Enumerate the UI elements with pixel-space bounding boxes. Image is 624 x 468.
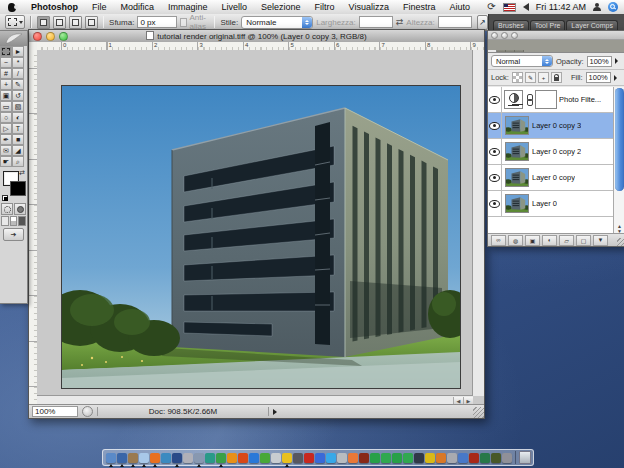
palette-well-tab[interactable]: Brushes (493, 20, 529, 30)
volume-icon[interactable] (523, 3, 529, 11)
menu-item[interactable]: Livello (215, 2, 255, 12)
Layer 0 copy[interactable]: Layer 0 copy (488, 165, 624, 191)
new-layer-icon[interactable]: ▢ (576, 235, 591, 246)
layer-row-photo-filter[interactable]: Photo Filte... (488, 87, 624, 113)
background-color-swatch[interactable] (10, 181, 26, 196)
dock-icon[interactable] (128, 453, 138, 463)
tool-eraser[interactable]: ▭ (0, 101, 12, 112)
feather-input[interactable] (137, 16, 177, 28)
tool-hand[interactable]: ☛ (0, 156, 12, 167)
opacity-field[interactable]: 100% (587, 56, 612, 67)
lock-all-icon[interactable] (551, 72, 562, 83)
status-menu-arrow-icon[interactable] (273, 409, 277, 415)
visibility-eye-icon[interactable] (489, 122, 500, 130)
dock-icon[interactable] (227, 453, 237, 463)
dock-icon[interactable] (414, 453, 424, 463)
delete-layer-icon[interactable]: ▼ (593, 235, 608, 246)
dock-icon[interactable] (425, 453, 435, 463)
dock-icon[interactable] (315, 453, 325, 463)
scrollbar-thumb[interactable] (615, 88, 624, 191)
dock-icon[interactable] (436, 453, 446, 463)
edit-in-imageready-button[interactable]: ➔ (3, 228, 24, 241)
quick-mask-mode-button[interactable] (14, 203, 26, 215)
spotlight-icon[interactable] (608, 2, 618, 12)
layer-name[interactable]: Layer 0 copy 3 (532, 121, 581, 130)
new-group-icon[interactable]: ▱ (559, 235, 574, 246)
palette-resize-grip[interactable] (617, 238, 624, 246)
dock-icon[interactable] (480, 453, 490, 463)
tool-move[interactable]: ► (12, 46, 24, 57)
dock-icon[interactable] (238, 453, 248, 463)
opacity-slider-arrow-icon[interactable] (615, 58, 618, 64)
tool-blur[interactable]: ○ (0, 112, 12, 123)
Layer 0 copy 2[interactable]: Layer 0 copy 2 (488, 139, 624, 165)
menu-item[interactable]: Filtro (308, 2, 342, 12)
tab-channels[interactable] (497, 50, 506, 52)
dock-icon[interactable] (469, 453, 479, 463)
layers-scrollbar[interactable]: ▲▼ (613, 87, 624, 234)
dock-icon[interactable] (293, 453, 303, 463)
dock-icon[interactable] (370, 453, 380, 463)
fast-user-switch-icon[interactable] (593, 3, 601, 11)
trash-icon[interactable] (519, 451, 531, 464)
standard-screen-button[interactable] (1, 216, 9, 226)
dock-icon[interactable] (106, 453, 116, 463)
canvas-area[interactable] (37, 50, 473, 396)
new-adjustment-layer-icon[interactable]: ◐ (542, 235, 557, 246)
visibility-eye-icon[interactable] (489, 174, 500, 182)
tool-preset-picker[interactable] (5, 15, 25, 29)
dock-icon[interactable] (304, 453, 314, 463)
standard-mode-button[interactable] (1, 203, 13, 215)
visibility-eye-icon[interactable] (489, 200, 500, 208)
tool-gradient[interactable]: ▧ (12, 101, 24, 112)
lock-position-icon[interactable]: + (538, 72, 549, 83)
tool-type[interactable]: T (12, 123, 24, 134)
dock-icon[interactable] (348, 453, 358, 463)
menu-item[interactable]: Modifica (114, 2, 162, 12)
tool-rectangular-marquee[interactable]: x (0, 46, 12, 57)
tool-healing-brush[interactable]: + (0, 79, 12, 90)
toolbox-header[interactable] (0, 31, 27, 46)
layer-thumbnail[interactable] (505, 116, 529, 135)
layer-thumbnail[interactable] (505, 194, 529, 213)
palette-well-tab[interactable]: Tool Pre (530, 20, 566, 30)
visibility-eye-icon[interactable] (489, 96, 500, 104)
width-input[interactable] (359, 16, 393, 28)
Layer 0[interactable]: Layer 0 (488, 191, 624, 217)
dock-icon[interactable] (403, 453, 413, 463)
lock-transparency-icon[interactable] (512, 72, 523, 83)
selection-mode-subtract-button[interactable] (69, 16, 82, 29)
fullscreen-menubar-button[interactable] (10, 216, 18, 226)
tool-zoom[interactable]: ⌕ (12, 156, 24, 167)
dock-icon[interactable] (139, 453, 149, 463)
dock-icon[interactable] (381, 453, 391, 463)
menu-item[interactable]: Photoshop (24, 2, 85, 12)
layer-name[interactable]: Layer 0 copy 2 (532, 147, 581, 156)
menu-item[interactable]: Immagine (161, 2, 215, 12)
dock-icon[interactable] (458, 453, 468, 463)
dock-icon[interactable] (337, 453, 347, 463)
dock-icon[interactable] (150, 453, 160, 463)
palette-titlebar[interactable] (488, 31, 624, 40)
menu-item[interactable]: Visualizza (342, 2, 396, 12)
tool-shape[interactable]: ■ (12, 134, 24, 145)
dock-icon[interactable] (260, 453, 270, 463)
visibility-eye-icon[interactable] (489, 148, 500, 156)
dock-icon[interactable] (194, 453, 204, 463)
tool-path-selection[interactable]: ▷ (0, 123, 12, 134)
lock-pixels-icon[interactable]: ✎ (525, 72, 536, 83)
palette-close-button[interactable] (491, 32, 498, 39)
add-layer-mask-icon[interactable]: ▣ (525, 235, 540, 246)
input-language-flag-icon[interactable] (503, 3, 516, 12)
tab-paths[interactable] (506, 50, 515, 52)
tool-eyedropper[interactable]: ◢ (12, 145, 24, 156)
dock-icon[interactable] (392, 453, 402, 463)
tool-magic-wand[interactable]: * (12, 57, 24, 68)
selection-mode-new-button[interactable] (37, 16, 50, 29)
vertical-scrollbar[interactable] (472, 50, 484, 396)
dock-icon[interactable] (249, 453, 259, 463)
fill-field[interactable]: 100% (586, 72, 611, 83)
dock-icon[interactable] (161, 453, 171, 463)
palette-well-tab[interactable]: Layer Comps (566, 20, 618, 30)
swap-dimensions-icon[interactable]: ⇄ (396, 17, 404, 27)
